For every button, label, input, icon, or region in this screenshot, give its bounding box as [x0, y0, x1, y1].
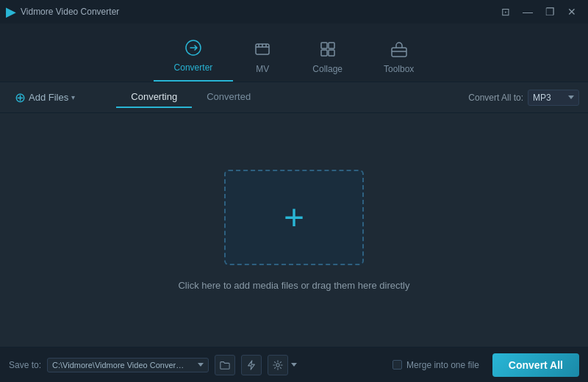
- collage-icon: [319, 40, 337, 61]
- merge-label[interactable]: Merge into one file: [406, 360, 479, 370]
- add-files-button[interactable]: ⊕ Add Files ▾: [9, 87, 81, 109]
- nav-tab-converter[interactable]: Converter: [154, 32, 234, 82]
- drop-hint: Click here to add media files or drag th…: [178, 280, 409, 291]
- svg-rect-6: [392, 48, 406, 57]
- converter-icon: [184, 39, 202, 60]
- nav-tab-toolbox-label: Toolbox: [384, 64, 414, 74]
- format-caret-icon: [568, 96, 574, 99]
- nav-tab-collage[interactable]: Collage: [292, 33, 363, 82]
- merge-checkbox[interactable]: [392, 360, 402, 370]
- app-logo-icon: ▶: [6, 4, 16, 20]
- convert-all-button[interactable]: Convert All: [492, 353, 579, 377]
- title-bar-controls: ⊡ — ❐ ✕: [495, 4, 582, 19]
- nav-tab-collage-label: Collage: [312, 64, 343, 74]
- drop-zone-plus-icon: +: [284, 200, 304, 235]
- toolbox-icon: [390, 40, 408, 61]
- svg-rect-5: [329, 50, 334, 56]
- nav-bar: Converter MV Collage: [0, 24, 588, 82]
- merge-checkbox-area: Merge into one file: [392, 360, 479, 370]
- app-title: Vidmore Video Converter: [21, 7, 119, 17]
- bottom-bar: Save to: C:\Vidmore\Vidmore Video Conver…: [0, 347, 588, 382]
- nav-tab-toolbox[interactable]: Toolbox: [363, 33, 434, 82]
- nav-tab-mv[interactable]: MV: [233, 33, 292, 82]
- titlebar-chat-button[interactable]: ⊡: [495, 4, 516, 19]
- nav-tab-mv-label: MV: [256, 64, 269, 74]
- drop-zone[interactable]: +: [224, 170, 364, 265]
- title-bar-left: ▶ Vidmore Video Converter: [6, 4, 119, 20]
- svg-rect-2: [321, 43, 327, 48]
- save-to-label: Save to:: [9, 360, 41, 370]
- svg-point-7: [276, 363, 279, 366]
- mv-icon: [254, 40, 271, 61]
- toolbar: ⊕ Add Files ▾ Converting Converted Conve…: [0, 82, 588, 113]
- add-files-caret-icon: ▾: [71, 93, 75, 101]
- save-path-caret-icon: [198, 363, 204, 367]
- convert-all-to: Convert All to: MP3: [468, 90, 579, 106]
- titlebar-minimize-button[interactable]: —: [517, 4, 538, 19]
- converting-tabs: Converting Converted: [116, 87, 265, 108]
- save-path-text: C:\Vidmore\Vidmore Video Converter\Conve…: [52, 361, 184, 370]
- add-files-plus-icon: ⊕: [15, 90, 26, 106]
- settings-button[interactable]: [268, 355, 288, 375]
- format-value: MP3: [533, 93, 551, 103]
- converted-tab[interactable]: Converted: [192, 87, 265, 108]
- svg-rect-4: [321, 50, 327, 56]
- add-files-label: Add Files: [29, 92, 68, 103]
- nav-tab-converter-label: Converter: [174, 62, 213, 73]
- svg-rect-3: [329, 43, 334, 48]
- title-bar: ▶ Vidmore Video Converter ⊡ — ❐ ✕: [0, 0, 588, 24]
- folder-browse-button[interactable]: [215, 355, 235, 375]
- titlebar-close-button[interactable]: ✕: [562, 4, 582, 19]
- format-select-dropdown[interactable]: MP3: [528, 90, 579, 106]
- titlebar-restore-button[interactable]: ❐: [539, 4, 560, 19]
- save-path-display: C:\Vidmore\Vidmore Video Converter\Conve…: [47, 358, 209, 372]
- convert-all-to-label: Convert All to:: [468, 93, 523, 103]
- main-content: + Click here to add media files or drag …: [0, 113, 588, 347]
- lightning-button[interactable]: [241, 355, 262, 375]
- converting-tab[interactable]: Converting: [116, 87, 192, 108]
- settings-caret-icon: [291, 363, 297, 367]
